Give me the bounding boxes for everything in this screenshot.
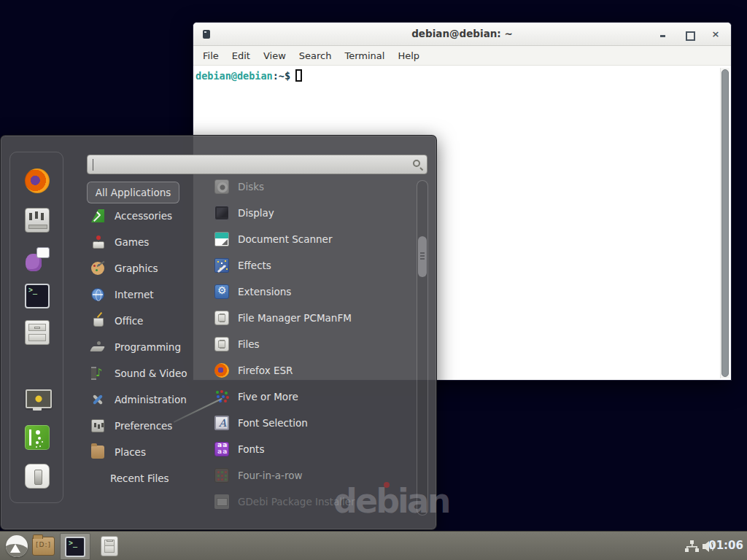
shutdown-icon[interactable] (25, 464, 50, 489)
app-five-or-more[interactable]: Five or More (214, 387, 298, 406)
watermark-red-dot (384, 482, 390, 488)
category-programming[interactable]: Programming (87, 338, 181, 357)
firefox-esr-icon (214, 363, 229, 378)
file-manager-icon (214, 311, 229, 325)
four-in-a-row-icon (214, 468, 229, 483)
window-controls: × (658, 23, 721, 46)
maximize-button[interactable] (684, 29, 694, 39)
category-internet[interactable]: Internet (87, 285, 154, 304)
terminal-scrollbar-thumb[interactable] (721, 69, 729, 377)
internet-icon (91, 288, 104, 301)
files-icon (214, 337, 229, 351)
favorites-column (9, 152, 63, 503)
category-accessories[interactable]: Accessories (87, 206, 172, 225)
category-administration[interactable]: Administration (87, 390, 187, 409)
menu-help[interactable]: Help (391, 50, 426, 61)
debian-watermark: debian (333, 481, 449, 521)
administration-icon (91, 393, 104, 406)
menu-edit[interactable]: Edit (225, 50, 257, 61)
preferences-icon (91, 419, 104, 432)
terminal-taskbar-icon (65, 537, 85, 557)
category-games[interactable]: Games (87, 233, 149, 252)
terminal-taskbar-button[interactable] (60, 533, 90, 560)
accessories-icon (91, 209, 104, 222)
menu-search[interactable]: Search (293, 50, 338, 61)
terminal-scrollbar[interactable] (720, 68, 729, 378)
category-places[interactable]: Places (87, 443, 146, 462)
prompt-user-host: debian@debian (196, 70, 273, 82)
gdebi-icon (214, 494, 229, 509)
app-four-in-a-row[interactable]: Four-in-a-row (214, 466, 303, 485)
programming-icon (91, 341, 104, 354)
app-file-manager-pcmanfm[interactable]: File Manager PCManFM (214, 308, 352, 327)
fonts-icon (214, 442, 229, 456)
app-firefox-esr[interactable]: Firefox ESR (214, 361, 293, 380)
app-files[interactable]: Files (214, 335, 260, 354)
games-icon (91, 236, 104, 249)
places-icon (91, 446, 104, 459)
file-manager-favorite-icon[interactable] (25, 320, 50, 345)
applications-menu: All Applications Accessories Games Graph… (0, 135, 437, 530)
files-taskbar-button[interactable] (101, 536, 118, 556)
search-box (87, 155, 427, 174)
document-scanner-icon (214, 232, 229, 246)
office-icon (91, 314, 104, 327)
control-center-favorite-icon[interactable] (25, 208, 50, 233)
display-icon (214, 206, 229, 220)
terminal-title: debian@debian: ~ (193, 28, 731, 39)
menu-scrollbar-thumb[interactable] (418, 236, 427, 277)
effects-icon (214, 258, 229, 273)
sound-video-icon (91, 367, 104, 380)
extensions-icon (214, 284, 229, 299)
pidgin-favorite-icon[interactable] (25, 246, 50, 271)
logout-icon[interactable] (25, 425, 50, 450)
firefox-favorite-icon[interactable] (25, 168, 50, 193)
category-graphics[interactable]: Graphics (87, 259, 158, 278)
menu-view[interactable]: View (257, 50, 293, 61)
terminal-favorite-icon[interactable] (25, 284, 50, 308)
terminal-menubar: File Edit View Search Terminal Help (193, 46, 731, 66)
category-preferences[interactable]: Preferences (87, 416, 172, 435)
search-input[interactable] (92, 156, 408, 173)
text-caret (93, 159, 93, 171)
close-button[interactable]: × (711, 29, 721, 39)
category-recent-files[interactable]: Recent Files (87, 469, 169, 488)
app-disks[interactable]: Disks (214, 177, 264, 196)
app-extensions[interactable]: Extensions (214, 282, 291, 301)
graphics-icon (91, 262, 104, 275)
category-office[interactable]: Office (87, 311, 143, 330)
minimize-button[interactable] (658, 29, 668, 39)
prompt-suffix: :~$ (273, 70, 290, 82)
font-selection-icon (214, 416, 229, 430)
taskbar: 01:06 (0, 531, 747, 560)
category-sound-video[interactable]: Sound & Video (87, 364, 187, 383)
menu-terminal[interactable]: Terminal (338, 50, 391, 61)
category-all-applications[interactable]: All Applications (87, 182, 179, 203)
lock-screen-icon[interactable] (25, 387, 50, 412)
app-display[interactable]: Display (214, 203, 274, 222)
disks-icon (214, 179, 229, 194)
search-icon (413, 160, 420, 167)
clock: 01:06 (708, 539, 743, 552)
menu-launcher-button[interactable] (6, 535, 28, 557)
app-document-scanner[interactable]: Document Scanner (214, 230, 332, 249)
menu-scrollbar[interactable] (417, 180, 428, 516)
menu-file[interactable]: File (196, 50, 225, 61)
network-tray-icon[interactable] (685, 540, 699, 553)
terminal-titlebar[interactable]: debian@debian: ~ × (193, 23, 731, 46)
app-effects[interactable]: Effects (214, 256, 271, 275)
app-fonts[interactable]: Fonts (214, 440, 264, 459)
terminal-prompt: debian@debian:~$ (196, 69, 302, 82)
file-manager-taskbar-button[interactable] (32, 537, 55, 556)
terminal-cursor (295, 69, 302, 82)
desktop: debian@debian: ~ × File Edit View Search… (0, 0, 747, 560)
app-font-selection[interactable]: Font Selection (214, 413, 308, 432)
